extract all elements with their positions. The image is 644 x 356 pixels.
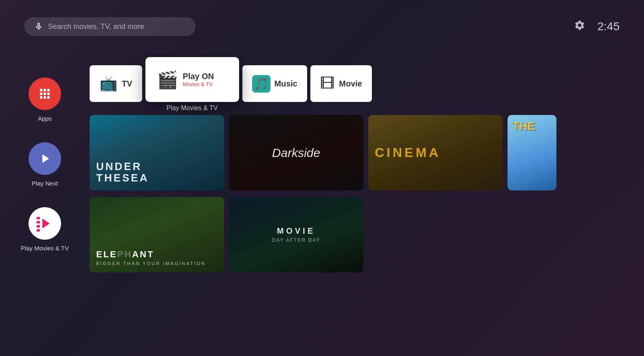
movie-card-the-partial[interactable]: THE xyxy=(508,115,556,190)
movie-day-title: MOVIE xyxy=(272,226,321,236)
tv-title: TV xyxy=(122,79,132,88)
cinema-title: CINEMA xyxy=(375,145,441,160)
svg-marker-4 xyxy=(42,219,50,228)
sidebar-item-apps[interactable]: Apps xyxy=(29,77,61,122)
movie-label: Movie xyxy=(339,79,362,88)
search-input-placeholder: Search movies, TV, and more xyxy=(48,22,144,31)
movie-icon: 🎞 xyxy=(320,75,335,92)
playon-subtitle: Movies & TV xyxy=(183,81,214,87)
tv-app-card[interactable]: 📺 TV xyxy=(90,65,142,102)
playon-icon: 🎬 xyxy=(157,70,178,90)
settings-icon[interactable] xyxy=(574,20,585,34)
tv-icon: 📺 xyxy=(99,75,118,92)
music-title: Music xyxy=(275,79,298,88)
elephant-content: ELEPHANT BIGGER THAN YOUR IMAGINATION xyxy=(96,250,206,266)
main-content: Apps Play Next xyxy=(0,53,644,356)
under-the-sea-title: UNDERTHESEA xyxy=(96,161,149,184)
search-bar[interactable]: Search movies, TV, and more xyxy=(24,17,196,36)
play-next-icon-circle xyxy=(29,142,61,175)
movies-row-1: UNDERTHESEA Darkside CINEMA THE xyxy=(90,115,628,190)
playon-app-card[interactable]: 🎬 Play ON Movies & TV xyxy=(145,57,239,102)
clock: 2:45 xyxy=(598,20,620,33)
apps-row: 📺 TV 🎬 Play ON Movies & TV Play Movies &… xyxy=(90,57,628,112)
playon-title: Play ON xyxy=(183,72,214,81)
movie-card-elephant[interactable]: ELEPHANT BIGGER THAN YOUR IMAGINATION xyxy=(90,197,224,272)
darkside-title: Darkside xyxy=(272,146,320,160)
elephant-subtitle: BIGGER THAN YOUR IMAGINATION xyxy=(96,261,206,266)
sidebar: Apps Play Next xyxy=(0,53,90,356)
playon-label: Play ON Movies & TV xyxy=(183,72,214,87)
sidebar-item-play-next[interactable]: Play Next xyxy=(29,142,61,187)
movie-day-subtitle: DAY AFTER DAY xyxy=(272,237,321,243)
header-right: 2:45 xyxy=(574,20,620,34)
mic-icon xyxy=(34,22,43,31)
play-movies-icon-circle xyxy=(29,207,61,240)
movie-card-under-the-sea[interactable]: UNDERTHESEA xyxy=(90,115,224,190)
svg-rect-2 xyxy=(37,225,40,228)
music-label: Music xyxy=(275,79,298,88)
svg-rect-3 xyxy=(37,229,40,232)
play-movies-label: Play Movies & TV xyxy=(21,245,69,252)
movie-card-darkside[interactable]: Darkside xyxy=(229,115,363,190)
music-app-card[interactable]: 🎵 Music xyxy=(242,65,308,102)
elephant-title: ELEPHANT xyxy=(96,250,206,259)
svg-rect-1 xyxy=(37,221,40,223)
apps-icon-circle xyxy=(29,77,61,110)
svg-rect-0 xyxy=(37,217,40,219)
content-area: 📺 TV 🎬 Play ON Movies & TV Play Movies &… xyxy=(90,53,644,356)
header: Search movies, TV, and more 2:45 xyxy=(0,0,644,53)
movie-card-cinema[interactable]: CINEMA xyxy=(368,115,503,190)
movies-row-2: ELEPHANT BIGGER THAN YOUR IMAGINATION MO… xyxy=(90,197,628,272)
music-icon: 🎵 xyxy=(252,75,270,93)
movie-app-card[interactable]: 🎞 Movie xyxy=(310,65,372,102)
apps-label: Apps xyxy=(38,115,52,122)
focused-card-bottom-label: Play Movies & TV xyxy=(167,104,218,112)
play-next-label: Play Next xyxy=(32,180,58,187)
the-partial-text: THE xyxy=(512,120,535,133)
playon-card-wrapper: 🎬 Play ON Movies & TV Play Movies & TV xyxy=(145,57,239,112)
movie-day-content: MOVIE DAY AFTER DAY xyxy=(272,226,321,243)
movie-title: Movie xyxy=(339,79,362,88)
movie-card-movie-day[interactable]: MOVIE DAY AFTER DAY xyxy=(229,197,363,272)
tv-label: TV xyxy=(122,79,132,88)
sidebar-item-play-movies[interactable]: Play Movies & TV xyxy=(21,207,69,252)
